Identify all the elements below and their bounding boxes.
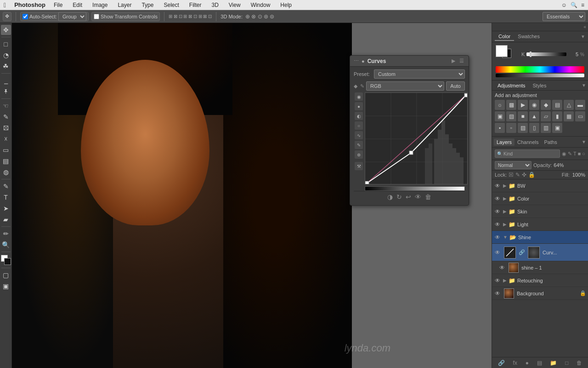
marquee-tool[interactable]: □ bbox=[1, 39, 11, 49]
adj-hdr-icon[interactable]: ▫ bbox=[506, 123, 516, 133]
auto-button[interactable]: Auto bbox=[446, 81, 465, 91]
search-icon[interactable]: 🔍 bbox=[571, 2, 577, 8]
eye-bw[interactable]: 👁 bbox=[494, 182, 501, 190]
curves-pencil-draw-icon[interactable]: ✎ bbox=[355, 141, 363, 149]
adj-shadows-icon[interactable]: ▪ bbox=[495, 123, 505, 133]
fg-bg-colors[interactable] bbox=[1, 255, 11, 265]
menu-file[interactable]: File bbox=[52, 2, 64, 8]
adj-collapse-icon[interactable]: ▼ bbox=[582, 83, 586, 88]
foreground-swatch[interactable] bbox=[496, 45, 508, 57]
eye-curves[interactable]: 👁 bbox=[494, 249, 501, 256]
arrow-shine[interactable]: ▼ bbox=[503, 235, 508, 240]
panel-menu-icon[interactable]: ☰ bbox=[458, 58, 465, 64]
arrow-bw[interactable]: ▶ bbox=[503, 183, 507, 188]
color-spectrum-bar[interactable] bbox=[496, 66, 584, 73]
adj-solid-color-icon[interactable]: ▨ bbox=[518, 123, 528, 133]
eye-background[interactable]: 👁 bbox=[494, 290, 501, 297]
eye-shine[interactable]: 👁 bbox=[494, 234, 501, 241]
tab-layers[interactable]: Layers bbox=[494, 138, 514, 146]
lightness-bar[interactable] bbox=[496, 74, 584, 77]
adj-exposure-icon[interactable]: ◉ bbox=[529, 100, 539, 110]
curves-targeting-icon[interactable]: ⊕ bbox=[355, 150, 363, 159]
heal-tool[interactable]: ☜ bbox=[1, 101, 11, 111]
show-transform-checkbox[interactable] bbox=[94, 14, 99, 19]
clone-tool[interactable]: ⛝ bbox=[1, 123, 11, 133]
preset-dropdown[interactable]: Custom Default Strong Contrast bbox=[374, 69, 465, 79]
layer-row-shine[interactable]: 👁 ▼ 📂 Shine bbox=[492, 231, 588, 244]
arrow-retouching[interactable]: ▶ bbox=[503, 278, 507, 283]
adj-channel-mixer-icon[interactable]: ▧ bbox=[506, 111, 516, 121]
layer-row-retouching[interactable]: 👁 ▶ 📁 Retouching bbox=[492, 274, 588, 287]
adj-pattern-icon[interactable]: ▥ bbox=[541, 123, 551, 133]
k-slider[interactable] bbox=[526, 52, 566, 56]
hand-tool[interactable]: ✏ bbox=[1, 229, 11, 239]
adj-grid-icon[interactable]: ▣ bbox=[552, 123, 562, 133]
curves-undo-icon[interactable]: ↩ bbox=[406, 193, 411, 201]
layer-row-light[interactable]: 👁 ▶ 📁 Light bbox=[492, 218, 588, 231]
curves-gray-point-icon[interactable]: ◐ bbox=[355, 112, 363, 120]
adj-hsl-icon[interactable]: ▤ bbox=[552, 100, 562, 110]
tab-color[interactable]: Color bbox=[495, 33, 514, 41]
curves-canvas[interactable] bbox=[365, 92, 468, 184]
arrow-color[interactable]: ▶ bbox=[503, 196, 507, 201]
filter-type-icons[interactable]: ◉ ✎ T ■ ○ bbox=[562, 151, 585, 157]
dodge-tool[interactable]: ◍ bbox=[1, 167, 11, 177]
toggle-panel-icon[interactable]: « bbox=[583, 24, 586, 29]
eye-retouching[interactable]: 👁 bbox=[494, 277, 501, 284]
curves-sample-icon[interactable]: ◉ bbox=[355, 92, 363, 101]
curves-refresh-icon[interactable]: ↻ bbox=[396, 193, 402, 201]
eye-color[interactable]: 👁 bbox=[494, 195, 501, 202]
adj-color-lookup-icon[interactable]: ■ bbox=[518, 111, 528, 121]
auto-select-checkbox[interactable] bbox=[23, 14, 28, 19]
menu-layer[interactable]: Layer bbox=[116, 2, 133, 8]
add-group-icon[interactable]: 📁 bbox=[550, 360, 557, 366]
layer-row-bw[interactable]: 👁 ▶ 📁 BW bbox=[492, 179, 588, 192]
layers-filter-input[interactable]: 🔍 Kind bbox=[495, 150, 560, 158]
adj-selective-color-icon[interactable]: ▭ bbox=[575, 111, 585, 121]
menu-3d[interactable]: 3D bbox=[209, 2, 220, 8]
expand-icon[interactable]: ▶ bbox=[450, 58, 457, 64]
channel-dropdown[interactable]: RGB Red Green Blue bbox=[366, 81, 444, 91]
lock-position-icon[interactable]: ✜ bbox=[522, 172, 526, 178]
path-select-tool[interactable]: ➤ bbox=[1, 203, 11, 213]
link-layers-icon[interactable]: 🔗 bbox=[498, 360, 505, 366]
curves-graph[interactable]: ◉ ● ◐ ○ ∿ ✎ ⊕ ⚒ bbox=[365, 92, 465, 184]
layer-row-shine1[interactable]: 👁 shine – 1 bbox=[492, 261, 588, 274]
lock-transparent-icon[interactable]: ☒ bbox=[509, 172, 514, 178]
adj-photo-filter-icon[interactable]: ▣ bbox=[495, 111, 505, 121]
history-brush[interactable]: ☓ bbox=[1, 134, 11, 144]
adj-tab-adjustments[interactable]: Adjustments bbox=[494, 82, 529, 89]
lock-image-icon[interactable]: ✎ bbox=[515, 172, 520, 178]
menu-view[interactable]: View bbox=[227, 2, 243, 8]
chain-curves[interactable]: 🔗 bbox=[519, 249, 525, 255]
pen-tool[interactable]: ✎ bbox=[1, 181, 11, 191]
menu-help[interactable]: Help bbox=[278, 2, 294, 8]
color-panel-collapse[interactable]: ▼ bbox=[581, 34, 585, 39]
new-layer-icon[interactable]: □ bbox=[565, 360, 568, 366]
shape-tool[interactable]: ▰ bbox=[1, 214, 11, 224]
curves-white-point-icon[interactable]: ○ bbox=[355, 121, 363, 130]
adj-brightness-icon[interactable]: ☼ bbox=[495, 100, 505, 110]
blend-mode-dropdown[interactable]: Normal Multiply Screen Overlay bbox=[495, 161, 531, 169]
adj-gradient-fill-icon[interactable]: ▯ bbox=[529, 123, 539, 133]
adj-gradient-map-icon[interactable]: ▦ bbox=[564, 111, 574, 121]
adj-levels-icon[interactable]: ▩ bbox=[506, 100, 516, 110]
adj-threshold-icon[interactable]: ▮ bbox=[552, 111, 562, 121]
lasso-tool[interactable]: ◔ bbox=[1, 50, 11, 60]
apple-menu[interactable]:  bbox=[4, 1, 6, 9]
opacity-value[interactable]: 64% bbox=[554, 162, 567, 168]
layer-row-skin[interactable]: 👁 ▶ 📁 Skin bbox=[492, 205, 588, 218]
adj-posterize-icon[interactable]: ▱ bbox=[541, 111, 551, 121]
adjustment-layer-icon[interactable]: ▤ bbox=[537, 360, 542, 366]
adj-tab-styles[interactable]: Styles bbox=[529, 82, 550, 89]
curves-eye-icon[interactable]: 👁 bbox=[415, 193, 421, 201]
add-style-icon[interactable]: fx bbox=[513, 360, 517, 366]
tab-paths[interactable]: Paths bbox=[542, 138, 560, 146]
adj-invert-icon[interactable]: ▲ bbox=[529, 111, 539, 121]
menu-type[interactable]: Type bbox=[140, 2, 155, 8]
adj-vibrance-icon[interactable]: ◆ bbox=[541, 100, 551, 110]
screen-mode-btn[interactable]: ▣ bbox=[1, 281, 11, 291]
adj-colorbalance-icon[interactable]: △ bbox=[564, 100, 574, 110]
lock-all-icon[interactable]: 🔒 bbox=[528, 172, 535, 178]
layer-row-color[interactable]: 👁 ▶ 📁 Color bbox=[492, 192, 588, 205]
